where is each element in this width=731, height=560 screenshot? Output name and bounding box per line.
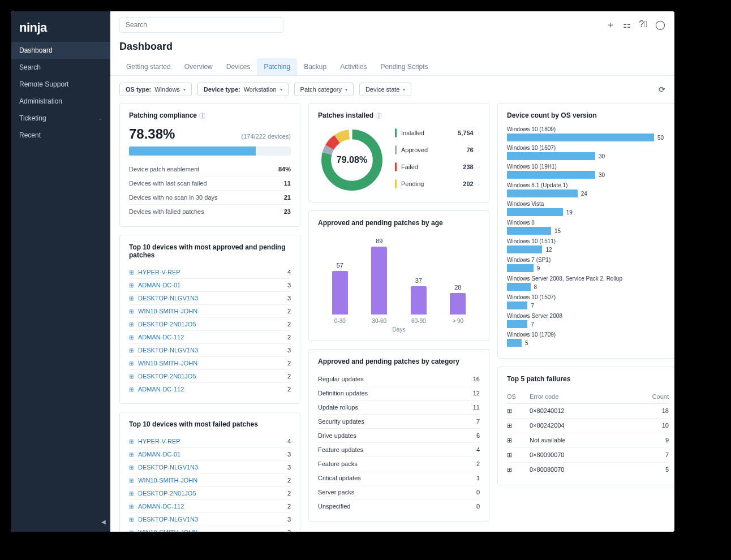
osver-row: Windows Vista19 bbox=[507, 201, 669, 216]
filter-devicestate[interactable]: Device state ▾ bbox=[359, 83, 412, 96]
windows-icon: ⊞ bbox=[129, 503, 134, 510]
card-title: Approved and pending patches by age bbox=[318, 219, 480, 227]
device-row[interactable]: ⊞DESKTOP-2N01JO52 bbox=[129, 317, 291, 330]
device-row[interactable]: ⊞WIN10-SMITH-JOHN2 bbox=[129, 525, 291, 532]
windows-icon: ⊞ bbox=[129, 282, 134, 288]
windows-icon: ⊞ bbox=[129, 321, 134, 328]
tab-pending-scripts[interactable]: Pending Scripts bbox=[374, 58, 435, 75]
windows-icon: ⊞ bbox=[129, 308, 134, 315]
patches-installed-card: Patches installedi 79.08% Installed5,75 bbox=[308, 103, 489, 203]
windows-icon: ⊞ bbox=[507, 422, 530, 429]
user-icon[interactable]: ◯ bbox=[655, 19, 665, 31]
top-approved-devices-card: Top 10 devices with most approved and pe… bbox=[119, 235, 300, 404]
bar-column: 570-30 bbox=[324, 262, 356, 324]
osver-row: Windows 10 (19H1)30 bbox=[507, 163, 669, 179]
windows-icon: ⊞ bbox=[507, 407, 530, 415]
legend-row-failed[interactable]: Failed238› bbox=[395, 160, 480, 174]
sidebar-item-administration[interactable]: Administration bbox=[11, 93, 110, 110]
osver-row: Windows 10 (1511)12 bbox=[507, 238, 669, 253]
tab-patching[interactable]: Patching bbox=[257, 58, 297, 75]
windows-icon: ⊞ bbox=[129, 464, 134, 471]
device-row[interactable]: ⊞DESKTOP-2N01JO52 bbox=[129, 486, 291, 499]
tab-devices[interactable]: Devices bbox=[220, 58, 257, 75]
collapse-sidebar-icon[interactable]: ◀ bbox=[101, 519, 106, 525]
device-row[interactable]: ⊞WIN10-SMITH-JOHN2 bbox=[129, 304, 291, 317]
windows-icon: ⊞ bbox=[129, 477, 134, 484]
tab-overview[interactable]: Overview bbox=[178, 58, 220, 75]
filter-devicetype[interactable]: Device type: Workstation ▾ bbox=[197, 83, 289, 96]
col-header-count: Count bbox=[640, 393, 669, 400]
search-input[interactable] bbox=[119, 17, 283, 33]
tab-getting-started[interactable]: Getting started bbox=[119, 58, 178, 75]
refresh-icon[interactable]: ⟳ bbox=[659, 85, 665, 94]
device-row[interactable]: ⊞ADMAN-DC-1122 bbox=[129, 330, 291, 343]
sidebar: ninja DashboardSearchRemote SupportAdmin… bbox=[11, 11, 110, 532]
windows-icon: ⊞ bbox=[129, 386, 134, 393]
device-row[interactable]: ⊞WIN10-SMITH-JOHN2 bbox=[129, 356, 291, 369]
chevron-down-icon: ▾ bbox=[280, 87, 282, 92]
osver-row: Windows 815 bbox=[507, 219, 669, 235]
col-header-os: OS bbox=[507, 393, 530, 400]
top-failed-devices-card: Top 10 devices with most failed patches … bbox=[119, 412, 300, 532]
sidebar-item-ticketing[interactable]: Ticketing⌄ bbox=[11, 110, 110, 127]
osver-row: Windows 7 (SP1)9 bbox=[507, 257, 669, 272]
stat-row: Device patch enablement84% bbox=[129, 162, 291, 176]
device-row[interactable]: ⊞DESKTOP-NLGV1N33 bbox=[129, 512, 291, 525]
sidebar-item-remote-support[interactable]: Remote Support bbox=[11, 76, 110, 93]
legend-row-installed[interactable]: Installed5,754› bbox=[395, 126, 480, 140]
chevron-down-icon: ▾ bbox=[183, 87, 186, 92]
windows-icon: ⊞ bbox=[129, 373, 134, 380]
device-row[interactable]: ⊞ADMAN-DC-1122 bbox=[129, 499, 291, 512]
bar-column: 3760-90 bbox=[403, 277, 435, 324]
info-icon[interactable]: i bbox=[199, 113, 205, 119]
main-content: ＋ ⚏ ?⃝ ◯ Dashboard Getting startedOvervi… bbox=[110, 11, 674, 532]
device-row[interactable]: ⊞WIN10-SMITH-JOHN2 bbox=[129, 473, 291, 486]
card-title: Top 10 devices with most approved and pe… bbox=[129, 243, 291, 259]
card-title: Top 5 patch failures bbox=[507, 375, 669, 383]
help-icon[interactable]: ?⃝ bbox=[639, 19, 647, 31]
device-row[interactable]: ⊞ADMAN-DC-013 bbox=[129, 447, 291, 460]
device-row[interactable]: ⊞DESKTOP-NLGV1N33 bbox=[129, 291, 291, 304]
stat-row: Devices with no scan in 30 days21 bbox=[129, 190, 291, 204]
tab-activities[interactable]: Activities bbox=[333, 58, 373, 75]
osver-row: Windows 8.1 (Update 1)24 bbox=[507, 182, 669, 197]
windows-icon: ⊞ bbox=[507, 466, 530, 473]
device-row[interactable]: ⊞ADMAN-DC-013 bbox=[129, 278, 291, 291]
category-row: Definition updates12 bbox=[318, 386, 480, 400]
osver-row: Windows 10 (1809)50 bbox=[507, 126, 669, 141]
device-row[interactable]: ⊞DESKTOP-NLGV1N33 bbox=[129, 460, 291, 473]
brand-logo: ninja bbox=[11, 18, 110, 42]
device-row[interactable]: ⊞DESKTOP-NLGV1N33 bbox=[129, 343, 291, 356]
topbar: ＋ ⚏ ?⃝ ◯ bbox=[110, 11, 674, 38]
device-row[interactable]: ⊞HYPER-V-REP4 bbox=[129, 435, 291, 447]
sidebar-item-recent[interactable]: Recent bbox=[11, 127, 110, 144]
tab-backup[interactable]: Backup bbox=[297, 58, 333, 75]
windows-icon: ⊞ bbox=[129, 334, 134, 341]
card-title: Approved and pending patches by category bbox=[318, 357, 480, 365]
compliance-sub: (174/222 devices) bbox=[242, 133, 291, 140]
add-icon[interactable]: ＋ bbox=[606, 19, 615, 31]
legend-row-pending[interactable]: Pending202› bbox=[395, 177, 480, 191]
apps-icon[interactable]: ⚏ bbox=[623, 19, 631, 31]
sidebar-item-dashboard[interactable]: Dashboard bbox=[11, 42, 110, 59]
windows-icon: ⊞ bbox=[507, 437, 530, 444]
x-axis-label: Days bbox=[318, 326, 480, 333]
donut-chart: 79.08% bbox=[318, 126, 386, 194]
info-icon[interactable]: i bbox=[376, 113, 382, 119]
device-row[interactable]: ⊞HYPER-V-REP4 bbox=[129, 266, 291, 278]
failure-row: ⊞0×800900707 bbox=[507, 447, 669, 462]
category-row: Feature updates4 bbox=[318, 442, 480, 456]
bar-column: 8930-60 bbox=[363, 238, 395, 324]
sidebar-item-search[interactable]: Search bbox=[11, 59, 110, 76]
chevron-down-icon: ⌄ bbox=[98, 116, 102, 121]
failure-row: ⊞0×8024001218 bbox=[507, 404, 669, 418]
category-row: Critical updates1 bbox=[318, 471, 480, 485]
device-row[interactable]: ⊞ADMAN-DC-1122 bbox=[129, 382, 291, 395]
filter-ostype[interactable]: OS type: Windows ▾ bbox=[119, 83, 192, 96]
compliance-progress bbox=[129, 147, 291, 156]
windows-icon: ⊞ bbox=[507, 451, 530, 459]
legend-row-approved[interactable]: Approved76› bbox=[395, 143, 480, 157]
device-row[interactable]: ⊞DESKTOP-2N01JO52 bbox=[129, 369, 291, 382]
donut-center-value: 79.08% bbox=[337, 155, 367, 165]
filter-patchcategory[interactable]: Patch category ▾ bbox=[294, 83, 354, 96]
